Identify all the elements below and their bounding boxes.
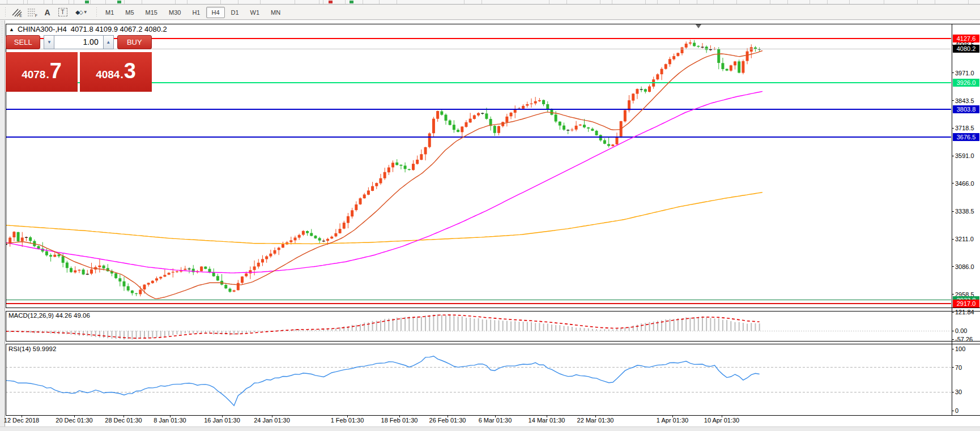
text-box-icon[interactable]: T xyxy=(55,6,70,19)
date-tick-label: 12 Dec 2018 xyxy=(4,417,39,424)
price-tick: 3466.0 xyxy=(955,180,980,187)
clipped-toolbar-button xyxy=(295,0,319,4)
price-tick: 3591.0 xyxy=(955,152,980,159)
price-tick: 3718.5 xyxy=(955,125,980,131)
clipped-toolbar-button xyxy=(566,0,600,4)
ohlc-readout: 4071.8 4109.9 4067.2 4080.2 xyxy=(71,25,167,33)
clipped-toolbar-button xyxy=(935,0,969,4)
date-tick-label: 6 Mar 01:30 xyxy=(479,417,512,424)
volume-decrease-button[interactable]: ▼ xyxy=(44,35,54,49)
timeframe-button-h1[interactable]: H1 xyxy=(187,7,205,18)
price-tick: 3086.0 xyxy=(955,263,980,270)
date-tick-label: 18 Feb 01:30 xyxy=(381,417,418,424)
date-tick-label: 8 Jan 01:30 xyxy=(154,417,186,424)
symbol-marker-icon: ▲ xyxy=(9,27,14,32)
timeframe-button-m15[interactable]: M15 xyxy=(140,7,163,18)
clipped-toolbar-icon xyxy=(329,1,333,3)
chevron-down-icon: ▼ xyxy=(83,10,88,15)
clipped-toolbar-button xyxy=(827,0,850,4)
clipped-toolbar-icon xyxy=(350,1,353,3)
buy-button[interactable]: BUY xyxy=(117,35,152,49)
clipped-toolbar-button xyxy=(7,0,24,4)
clipped-toolbar-button xyxy=(397,0,465,4)
timeframe-button-m5[interactable]: M5 xyxy=(120,7,139,18)
sell-button[interactable]: SELL xyxy=(6,35,40,49)
sell-price-display[interactable]: 4078.7 xyxy=(6,52,78,92)
clipped-toolbar-button xyxy=(736,0,770,4)
rsi-tick: 70 xyxy=(955,364,980,371)
timeframe-button-m1[interactable]: M1 xyxy=(100,7,119,18)
clipped-toolbar-button xyxy=(482,0,549,4)
date-tick-label: 22 Mar 01:30 xyxy=(577,417,614,424)
clipped-toolbar-button xyxy=(363,0,380,4)
date-tick-label: 26 Feb 01:30 xyxy=(429,417,466,424)
clipped-toolbar-button xyxy=(697,0,714,4)
date-tick-label: 28 Dec 01:30 xyxy=(105,417,142,424)
price-badge-4127.6: 4127.6 xyxy=(953,35,979,42)
rsi-tick: 0 xyxy=(955,407,980,414)
fibonacci-retracement-icon[interactable]: F xyxy=(24,6,40,19)
equidistant-channel-icon[interactable]: E xyxy=(9,6,24,19)
date-tick-label: 1 Feb 01:30 xyxy=(331,417,364,424)
text-box-glyph: T xyxy=(58,8,67,16)
icon-sub-label: E xyxy=(19,14,22,18)
price-badge-4080.2: 4080.2 xyxy=(953,45,979,53)
text-label-glyph: A xyxy=(44,8,50,17)
text-label-icon[interactable]: A xyxy=(40,6,55,19)
date-tick-label: 10 Apr 01:30 xyxy=(704,417,739,424)
volume-input[interactable]: 1.00 xyxy=(54,35,103,49)
date-tick-label: 1 Apr 01:30 xyxy=(657,417,688,424)
window-bottom-strip xyxy=(0,426,980,431)
one-click-trading-panel: SELL ▼ 1.00 ▲ BUY 4078.7 4084.3 xyxy=(6,35,152,94)
buy-price-display[interactable]: 4084.3 xyxy=(80,52,152,92)
date-tick-label: 14 Mar 01:30 xyxy=(529,417,565,424)
clipped-toolbar-button xyxy=(238,0,261,4)
price-tick: 3843.5 xyxy=(955,97,980,104)
chart-window[interactable]: ▲CHINA300-,H4 4071.8 4109.9 4067.2 4080.… xyxy=(0,20,980,431)
rsi-tick: 100 xyxy=(955,345,980,352)
price-tick: 3211.0 xyxy=(955,236,980,242)
symbol-name: CHINA300-,H4 xyxy=(18,25,67,33)
clipped-toolbar-icon xyxy=(117,1,121,3)
icon-sub-label: F xyxy=(35,14,37,18)
price-tick: 3338.5 xyxy=(955,208,980,215)
timeframe-button-w1[interactable]: W1 xyxy=(245,7,265,18)
toolbar-grip[interactable] xyxy=(4,7,7,18)
volume-increase-button[interactable]: ▲ xyxy=(103,35,114,49)
clipped-toolbar-icon xyxy=(85,1,89,3)
price-tick: 3971.0 xyxy=(955,70,980,76)
buy-price-main: 4084 xyxy=(96,69,120,81)
clipped-toolbar-button xyxy=(657,0,680,4)
shapes-dropdown-icon[interactable]: ◆◇ ▼ xyxy=(70,6,93,19)
clipped-toolbar-button xyxy=(142,0,176,4)
timeframe-button-h4[interactable]: H4 xyxy=(206,7,224,18)
toolbar-grip[interactable] xyxy=(95,7,98,18)
terminal-window: { "window": { "title_marker": "▲", "symb… xyxy=(0,0,980,431)
decimal-dot: . xyxy=(46,69,49,81)
chart-symbol-title: ▲CHINA300-,H4 4071.8 4109.9 4067.2 4080.… xyxy=(9,25,167,33)
macd-tick: 0.00 xyxy=(955,327,980,334)
clipped-upper-toolbar xyxy=(0,0,980,5)
shapes-glyph: ◆◇ xyxy=(75,9,82,15)
clipped-toolbar-button xyxy=(323,0,346,4)
clipped-toolbar-button xyxy=(105,0,125,4)
line-studies-toolbar: E F A T ◆◇ ▼ M1M5M15M30H1H4D1W1MN xyxy=(0,5,980,20)
macd-tick: 121.84 xyxy=(955,309,980,315)
date-tick-label: 20 Dec 01:30 xyxy=(56,417,92,424)
clipped-toolbar-button xyxy=(787,0,810,4)
price-badge-3926.0: 3926.0 xyxy=(953,79,979,87)
timeframe-button-m30[interactable]: M30 xyxy=(164,7,186,18)
macd-indicator-label: MACD(12,26,9) 44.26 49.06 xyxy=(8,312,90,319)
sell-price-pip: 7 xyxy=(50,60,62,82)
rsi-tick: 30 xyxy=(955,389,980,395)
macd-tick: -57.26 xyxy=(955,336,980,343)
sell-price-main: 4078 xyxy=(22,69,45,81)
price-badge-3676.5: 3676.5 xyxy=(953,133,979,141)
pane-2[interactable] xyxy=(6,344,952,415)
timeframe-button-d1[interactable]: D1 xyxy=(226,7,244,18)
timeframe-button-mn[interactable]: MN xyxy=(266,7,286,18)
decimal-dot: . xyxy=(120,69,123,81)
clipped-toolbar-button xyxy=(27,0,44,4)
buy-price-pip: 3 xyxy=(124,60,136,82)
date-tick-label: 16 Jan 01:30 xyxy=(204,417,240,424)
